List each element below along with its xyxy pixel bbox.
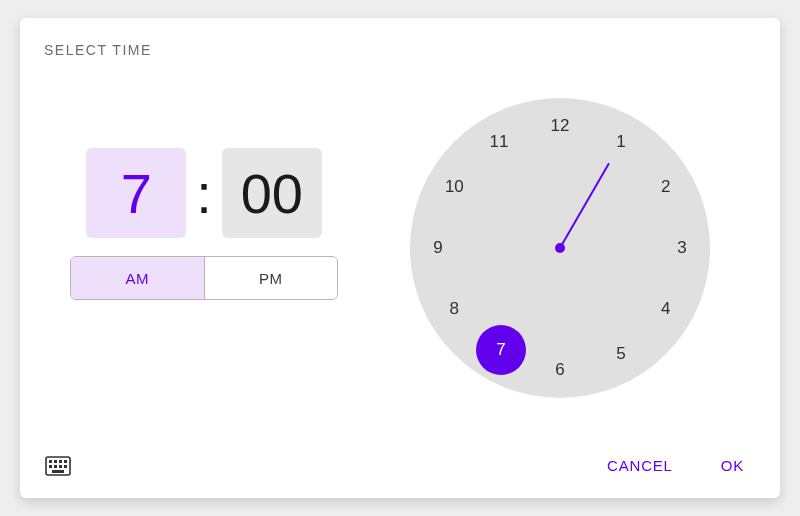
clock-number-9[interactable]: 9 (422, 232, 454, 264)
clock-number-1[interactable]: 1 (605, 126, 637, 158)
clock-number-6[interactable]: 6 (544, 354, 576, 386)
clock-hand (559, 163, 610, 249)
ok-button[interactable]: OK (709, 449, 756, 482)
clock-number-11[interactable]: 11 (483, 126, 515, 158)
clock-face[interactable]: 1212345678910117 (410, 98, 710, 398)
svg-rect-3 (59, 460, 62, 463)
svg-rect-9 (52, 470, 64, 473)
dialog-content: 7 : 00 AM PM 1212345678910117 (44, 98, 756, 398)
time-display: 7 : 00 (44, 148, 364, 238)
cancel-button[interactable]: CANCEL (595, 449, 685, 482)
pm-button[interactable]: PM (205, 257, 338, 299)
keyboard-icon-svg (45, 456, 71, 476)
dialog-title: SELECT TIME (44, 42, 756, 58)
period-toggle: AM PM (70, 256, 338, 300)
clock-column: 1212345678910117 (364, 98, 756, 398)
keyboard-icon[interactable] (44, 455, 72, 477)
time-input-column: 7 : 00 AM PM (44, 98, 364, 300)
svg-rect-8 (64, 465, 67, 468)
clock-number-5[interactable]: 5 (605, 338, 637, 370)
svg-rect-2 (54, 460, 57, 463)
svg-rect-5 (49, 465, 52, 468)
svg-rect-7 (59, 465, 62, 468)
svg-rect-1 (49, 460, 52, 463)
am-button[interactable]: AM (71, 257, 205, 299)
clock-selected-tip[interactable]: 7 (476, 325, 526, 375)
dialog-footer: CANCEL OK (44, 449, 756, 482)
time-picker-dialog: SELECT TIME 7 : 00 AM PM 121234567891011… (20, 18, 780, 498)
time-colon: : (196, 161, 212, 226)
clock-number-3[interactable]: 3 (666, 232, 698, 264)
clock-center-dot (555, 243, 565, 253)
minute-field[interactable]: 00 (222, 148, 322, 238)
hour-field[interactable]: 7 (86, 148, 186, 238)
clock-number-8[interactable]: 8 (438, 293, 470, 325)
clock-number-2[interactable]: 2 (650, 171, 682, 203)
svg-rect-4 (64, 460, 67, 463)
svg-rect-6 (54, 465, 57, 468)
clock-number-4[interactable]: 4 (650, 293, 682, 325)
clock-number-12[interactable]: 12 (544, 110, 576, 142)
clock-number-10[interactable]: 10 (438, 171, 470, 203)
